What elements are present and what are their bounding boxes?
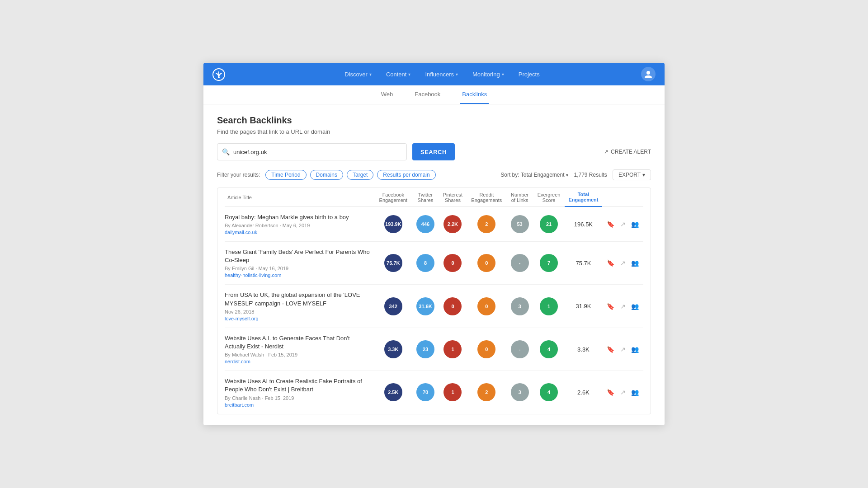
links-metric: 53 — [506, 206, 533, 241]
article-title: Website Uses AI to Create Realistic Fake… — [225, 377, 371, 394]
article-domain[interactable]: love-myself.org — [225, 316, 371, 321]
reddit-metric: 0 — [467, 242, 506, 285]
bookmark-icon[interactable]: 🔖 — [605, 258, 615, 268]
twitter-circle: 70 — [416, 383, 434, 401]
chevron-down-icon: ▾ — [369, 72, 372, 77]
bookmark-icon[interactable]: 🔖 — [605, 301, 615, 311]
create-alert-button[interactable]: ↗ CREATE ALERT — [604, 149, 651, 155]
tab-facebook[interactable]: Facebook — [413, 85, 442, 104]
facebook-metric: 2.5K — [374, 371, 413, 414]
links-metric: - — [506, 242, 533, 285]
share-icon[interactable]: ↗ — [618, 219, 628, 229]
article-cell: Website Uses AI to Create Realistic Fake… — [225, 371, 374, 414]
share-icon[interactable]: ↗ — [618, 344, 628, 354]
row-actions: 🔖 ↗ 👥 — [602, 242, 643, 285]
nav-discover[interactable]: Discover ▾ — [337, 63, 379, 85]
evergreen-circle: 21 — [540, 215, 558, 233]
share-icon[interactable]: ↗ — [618, 258, 628, 268]
pinterest-metric: 2.2K — [439, 206, 467, 241]
bookmark-icon[interactable]: 🔖 — [605, 387, 615, 397]
links-circle: 53 — [511, 215, 529, 233]
total-engagement: 196.5K — [565, 206, 603, 241]
filter-domains[interactable]: Domains — [310, 170, 343, 180]
nav-projects[interactable]: Projects — [511, 63, 547, 85]
evergreen-metric: 21 — [533, 206, 565, 241]
article-title: Royal baby: Meghan Markle gives birth to… — [225, 213, 371, 221]
logo[interactable] — [212, 68, 225, 80]
table-row: Website Uses A.I. to Generate Faces That… — [225, 328, 643, 371]
results-info: Sort by: Total Engagement ▾ 1,779 Result… — [500, 169, 651, 180]
article-domain[interactable]: healthy-holistic-living.com — [225, 272, 371, 278]
reddit-circle: 0 — [477, 340, 495, 358]
results-table: Article Title Facebook Engagement Twitte… — [225, 188, 643, 413]
pinterest-circle: 1 — [443, 383, 462, 401]
search-input[interactable] — [233, 149, 402, 155]
table-row: Royal baby: Meghan Markle gives birth to… — [225, 206, 643, 241]
col-reddit: Reddit Engagements — [467, 188, 506, 206]
bookmark-icon[interactable]: 🔖 — [605, 344, 615, 354]
reddit-circle: 0 — [477, 297, 495, 315]
filters-row: Filter your results: Time Period Domains… — [217, 169, 651, 180]
nav-user-area — [641, 67, 656, 81]
reddit-circle: 2 — [477, 383, 495, 401]
col-links: Number of Links — [506, 188, 533, 206]
links-metric: 3 — [506, 285, 533, 328]
export-button[interactable]: EXPORT ▾ — [613, 169, 651, 180]
row-actions: 🔖 ↗ 👥 — [602, 328, 643, 371]
user-avatar[interactable] — [641, 67, 656, 81]
svg-point-2 — [646, 71, 650, 75]
col-evergreen: Evergreen Score — [533, 188, 565, 206]
facebook-circle: 75.7K — [384, 254, 402, 272]
article-title: These Giant 'Family Beds' Are Perfect Fo… — [225, 248, 371, 264]
article-domain[interactable]: breitbart.com — [225, 402, 371, 408]
col-twitter: Twitter Shares — [412, 188, 439, 206]
users-icon[interactable]: 👥 — [630, 219, 640, 229]
main-content: Search Backlinks Find the pages that lin… — [203, 104, 665, 425]
twitter-metric: 8 — [412, 242, 439, 285]
sort-dropdown[interactable]: Sort by: Total Engagement ▾ — [500, 172, 568, 178]
filter-target[interactable]: Target — [347, 170, 373, 180]
reddit-metric: 2 — [467, 206, 506, 241]
users-icon[interactable]: 👥 — [630, 301, 640, 311]
col-facebook: Facebook Engagement — [374, 188, 413, 206]
reddit-metric: 2 — [467, 371, 506, 414]
bookmark-icon[interactable]: 🔖 — [605, 219, 615, 229]
table-row: Website Uses AI to Create Realistic Fake… — [225, 371, 643, 414]
article-domain[interactable]: nerdist.com — [225, 359, 371, 364]
row-actions: 🔖 ↗ 👥 — [602, 206, 643, 241]
article-cell: Website Uses A.I. to Generate Faces That… — [225, 328, 374, 371]
article-meta: By Alexander Robertson · May 6, 2019 — [225, 223, 371, 228]
facebook-metric: 3.3K — [374, 328, 413, 371]
share-icon[interactable]: ↗ — [618, 387, 628, 397]
users-icon[interactable]: 👥 — [630, 258, 640, 268]
share-icon[interactable]: ↗ — [618, 301, 628, 311]
navigation: Discover ▾ Content ▾ Influencers ▾ Monit… — [203, 63, 665, 85]
users-icon[interactable]: 👥 — [630, 387, 640, 397]
evergreen-circle: 1 — [540, 297, 558, 315]
chevron-down-icon: ▾ — [566, 173, 568, 178]
filter-results-per-domain[interactable]: Results per domain — [377, 170, 435, 180]
article-domain[interactable]: dailymail.co.uk — [225, 230, 371, 235]
tab-web[interactable]: Web — [379, 85, 395, 104]
pinterest-metric: 1 — [439, 371, 467, 414]
evergreen-circle: 4 — [540, 340, 558, 358]
nav-content[interactable]: Content ▾ — [379, 63, 418, 85]
article-title: Website Uses A.I. to Generate Faces That… — [225, 334, 371, 351]
nav-influencers[interactable]: Influencers ▾ — [418, 63, 465, 85]
users-icon[interactable]: 👥 — [630, 344, 640, 354]
col-actions — [602, 188, 643, 206]
search-button[interactable]: SEARCH — [412, 143, 455, 160]
alert-icon: ↗ — [604, 149, 609, 155]
filter-time-period[interactable]: Time Period — [265, 170, 306, 180]
article-meta: By Michael Walsh · Feb 15, 2019 — [225, 352, 371, 357]
total-engagement: 31.9K — [565, 285, 603, 328]
reddit-metric: 0 — [467, 328, 506, 371]
evergreen-metric: 7 — [533, 242, 565, 285]
evergreen-metric: 4 — [533, 371, 565, 414]
twitter-circle: 31.6K — [416, 297, 434, 315]
nav-monitoring[interactable]: Monitoring ▾ — [465, 63, 511, 85]
total-engagement: 2.6K — [565, 371, 603, 414]
twitter-metric: 446 — [412, 206, 439, 241]
tab-bar: Web Facebook Backlinks — [203, 85, 665, 104]
tab-backlinks[interactable]: Backlinks — [460, 85, 489, 104]
